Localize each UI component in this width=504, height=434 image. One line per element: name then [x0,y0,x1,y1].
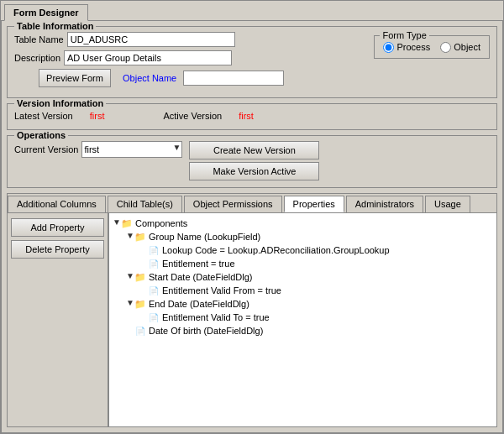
bottom-body: Add Property Delete Property ▼ 📁 Compone… [8,213,496,426]
lookup-code-file-icon: 📄 [148,244,160,256]
object-name-link[interactable]: Object Name [123,73,176,83]
active-version-label: Active Version [163,111,222,121]
latest-version-value: first [90,111,105,121]
start-date-folder-icon: 📁 [134,271,146,283]
tab-object-permissions[interactable]: Object Permissions [184,196,282,212]
entitlement1-label: Entitlement = true [162,258,235,270]
tree-item-start-date: ▼ 📁 Start Date (DateFieldDlg) [113,271,493,284]
tree-root: ▼ 📁 Components [113,217,493,230]
ent-valid-from-file-icon: 📄 [148,285,160,296]
version-info-title: Version Information [14,98,106,108]
operations-row: Current Version first ▼ Create New Versi… [14,141,490,180]
version-row: Latest Version first Active Version firs… [14,109,490,123]
tab-properties[interactable]: Properties [284,196,344,212]
current-version-wrapper: first ▼ [81,141,182,158]
radio-process[interactable] [383,42,394,53]
preview-row: Desc Preview Form Object Name [14,69,365,87]
create-version-button[interactable]: Create New Version [189,141,319,159]
ent-valid-from-label: Entitlement Valid From = true [162,285,281,297]
description-row: Description [14,50,365,65]
bottom-area: Additional Columns Child Table(s) Object… [7,193,497,427]
latest-version-label: Latest Version [14,111,73,121]
tab-child-tables[interactable]: Child Table(s) [108,196,182,212]
tab-administrators[interactable]: Administrators [346,196,423,212]
object-name-input[interactable] [183,71,284,86]
lookup-code-label: Lookup Code = Lookup.ADReconciliation.Gr… [162,244,390,257]
current-version-label: Current Version [14,144,78,154]
tree-item-group-name: ▼ 📁 Group Name (LookupField) [113,231,493,243]
tab-additional-columns[interactable]: Additional Columns [8,196,106,212]
start-date-label: Start Date (DateFieldDlg) [149,271,253,284]
end-date-folder-icon: 📁 [134,298,146,310]
tree-item-entitlement1: 📄 Entitlement = true [113,258,493,270]
version-buttons: Create New Version Make Version Active [189,141,319,180]
group-name-label: Group Name (LookupField) [149,231,260,243]
radio-object-label[interactable]: Object [440,42,480,53]
tree-root-label: Components [135,217,187,230]
main-window: Form Designer Table Information Table Na… [0,0,504,434]
add-property-button[interactable]: Add Property [11,218,104,237]
operations-section: Operations Current Version first ▼ Creat… [7,135,497,188]
description-label: Description [14,53,60,63]
version-info-section: Version Information Latest Version first… [7,103,497,130]
tree-item-dob: 📄 Date Of birth (DateFieldDlg) [113,325,493,337]
end-date-label: End Date (DateFieldDlg) [149,298,249,311]
left-panel: Add Property Delete Property [8,213,108,426]
expand-group-icon[interactable]: ▼ [126,231,134,240]
ent-valid-to-file-icon: 📄 [148,311,160,323]
radio-process-label[interactable]: Process [383,42,430,53]
table-name-label: Table Name [14,34,64,44]
dob-file-icon: 📄 [134,325,146,337]
operations-title: Operations [14,130,68,140]
tree-item-ent-valid-to: 📄 Entitlement Valid To = true [113,311,493,324]
description-input[interactable] [64,50,232,65]
table-name-input[interactable] [67,32,235,47]
radio-process-text: Process [396,42,430,52]
root-folder-icon: 📁 [121,217,133,229]
ent-valid-to-label: Entitlement Valid To = true [162,311,270,324]
tree-item-lookup-code: 📄 Lookup Code = Lookup.ADReconciliation.… [113,244,493,257]
delete-property-button[interactable]: Delete Property [11,240,104,259]
entitlement1-file-icon: 📄 [148,258,160,269]
form-type-title: Form Type [380,30,428,40]
current-version-area: Current Version first ▼ [14,141,182,158]
table-name-row: Table Name [14,32,365,47]
current-version-select[interactable]: first [81,141,182,158]
preview-form-button[interactable]: Preview Form [39,69,111,87]
make-active-button[interactable]: Make Version Active [189,162,319,180]
form-type-box: Form Type Process Object [374,35,490,59]
radio-object[interactable] [440,42,451,53]
top-tab-bar: Form Designer [1,1,503,20]
form-designer-tab[interactable]: Form Designer [4,4,88,21]
expand-end-date-icon[interactable]: ▼ [126,298,134,307]
group-name-folder-icon: 📁 [134,231,146,243]
radio-object-text: Object [454,42,480,52]
dob-label: Date Of birth (DateFieldDlg) [149,325,263,337]
bottom-tabs: Additional Columns Child Table(s) Object… [8,194,496,213]
table-info-section: Table Information Table Name Description… [7,26,497,98]
tab-usage[interactable]: Usage [425,196,470,212]
active-version-value: first [239,111,254,121]
tree-item-end-date: ▼ 📁 End Date (DateFieldDlg) [113,298,493,311]
table-info-title: Table Information [14,21,96,31]
expand-root-icon[interactable]: ▼ [113,217,121,227]
tree-item-ent-valid-from: 📄 Entitlement Valid From = true [113,285,493,297]
main-content: Table Information Table Name Description… [1,20,503,433]
tree-panel: ▼ 📁 Components ▼ 📁 Group Name (LookupFie… [108,213,496,426]
radio-group: Process Object [383,42,480,53]
expand-start-date-icon[interactable]: ▼ [126,271,134,280]
